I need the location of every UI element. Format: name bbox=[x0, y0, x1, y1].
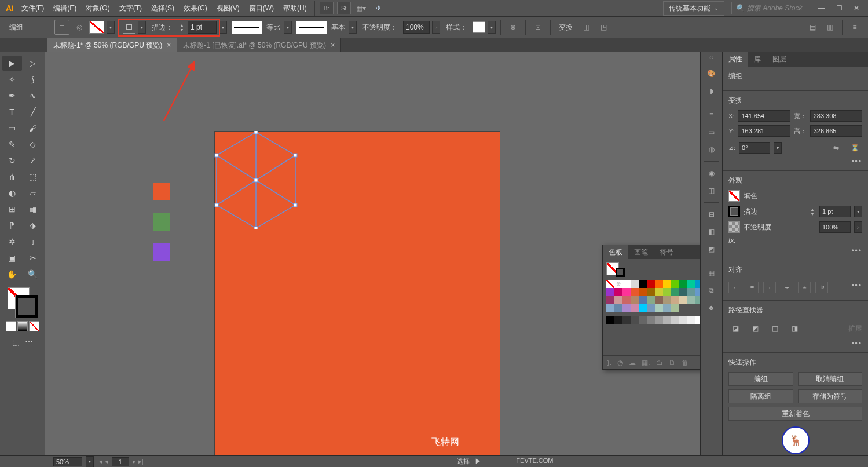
menu-view[interactable]: 视图(V) bbox=[213, 1, 244, 16]
window-close[interactable]: ✕ bbox=[848, 2, 865, 14]
tool-symbol-spray[interactable]: ✲ bbox=[2, 234, 22, 249]
align-right-icon[interactable]: ⫠ bbox=[763, 282, 776, 293]
gpu-icon[interactable]: ✈ bbox=[372, 2, 386, 14]
swatch-item[interactable] bbox=[622, 296, 631, 304]
more-options-icon[interactable]: ••• bbox=[728, 247, 862, 255]
swatch-item[interactable] bbox=[606, 296, 614, 304]
color-mode-none[interactable] bbox=[29, 321, 39, 331]
swatch-item[interactable] bbox=[606, 304, 614, 312]
swatch-item[interactable] bbox=[614, 296, 622, 304]
swatch-item[interactable] bbox=[679, 280, 687, 288]
tool-eyedropper[interactable]: ⁋ bbox=[2, 218, 22, 233]
tool-zoom[interactable]: 🔍 bbox=[23, 267, 43, 282]
bridge-icon[interactable]: Br bbox=[320, 2, 334, 14]
rotate-menu[interactable]: ▾ bbox=[774, 142, 782, 154]
stroke-swatch-prop[interactable] bbox=[728, 206, 740, 217]
swatch-item[interactable] bbox=[655, 288, 663, 296]
x-field[interactable]: 141.654 bbox=[738, 110, 790, 122]
swatch-gray[interactable] bbox=[647, 316, 655, 324]
swatch-item[interactable] bbox=[631, 296, 639, 304]
stroke-menu[interactable]: ▾ bbox=[138, 21, 146, 34]
menu-file[interactable]: 文件(F) bbox=[17, 1, 48, 16]
swatch-item[interactable] bbox=[695, 288, 700, 296]
tab-layers[interactable]: 图层 bbox=[767, 52, 792, 67]
swatch-item[interactable] bbox=[679, 288, 687, 296]
color-mode-gradient[interactable] bbox=[17, 321, 28, 331]
fx-label[interactable]: fx. bbox=[728, 236, 736, 245]
swatch-item[interactable] bbox=[631, 304, 639, 312]
tool-rectangle[interactable]: ▭ bbox=[2, 121, 22, 136]
more-options-icon[interactable]: ••• bbox=[851, 282, 862, 293]
swatch-gray[interactable] bbox=[655, 316, 663, 324]
tool-selection[interactable]: ▶ bbox=[2, 56, 22, 71]
doc-tab-1[interactable]: 未标题-1 [已恢复].ai* @ 50% (RGB/GPU 预览) × bbox=[177, 38, 341, 52]
swatch-item[interactable] bbox=[663, 288, 671, 296]
swatch-item[interactable] bbox=[639, 288, 647, 296]
tool-scale[interactable]: ⤢ bbox=[23, 153, 43, 168]
align-hcenter-icon[interactable]: ≡ bbox=[746, 282, 759, 293]
menu-select[interactable]: 选择(S) bbox=[147, 1, 178, 16]
swatch-gray[interactable] bbox=[695, 316, 700, 324]
swatch-item[interactable] bbox=[687, 288, 695, 296]
swatch-gray[interactable] bbox=[614, 316, 622, 324]
swatch-item[interactable] bbox=[631, 288, 639, 296]
recolor-button[interactable]: 重新着色 bbox=[728, 407, 862, 421]
swatch-gray[interactable] bbox=[679, 316, 687, 324]
swatch-item[interactable] bbox=[639, 296, 647, 304]
tool-width[interactable]: ⋔ bbox=[2, 169, 22, 184]
menu-type[interactable]: 文字(T) bbox=[115, 1, 146, 16]
artboard-nav[interactable]: |◂◂ bbox=[97, 458, 108, 465]
artboards-icon[interactable]: ⧉ bbox=[705, 283, 719, 297]
menu-edit[interactable]: 编辑(E) bbox=[49, 1, 80, 16]
stroke-width-menu[interactable]: ▾ bbox=[219, 21, 227, 34]
close-icon[interactable]: × bbox=[167, 41, 171, 49]
style-swatch[interactable] bbox=[473, 21, 485, 33]
swatch-gray[interactable] bbox=[663, 316, 671, 324]
tab-symbols[interactable]: 符号 bbox=[654, 245, 679, 260]
swatch-item[interactable] bbox=[655, 280, 663, 288]
tool-type[interactable]: T bbox=[2, 104, 22, 119]
close-icon[interactable]: × bbox=[331, 41, 335, 49]
canvas[interactable]: 飞特网 色板 画笔 符号 >> | ≡ ≣ ▦ ⊕ ⫿. bbox=[45, 52, 700, 455]
transparency-panel-icon[interactable]: ◍ bbox=[705, 143, 719, 156]
fill-swatch[interactable] bbox=[89, 21, 104, 34]
stroke-swatch[interactable] bbox=[123, 21, 135, 34]
color-guide-icon[interactable]: ◗ bbox=[705, 84, 719, 98]
swatch-gray[interactable] bbox=[622, 316, 631, 324]
style-menu[interactable]: ▾ bbox=[488, 21, 496, 34]
swatch-item[interactable] bbox=[622, 288, 631, 296]
tool-paintbrush[interactable]: 🖌 bbox=[23, 121, 43, 136]
more-options-icon[interactable]: ••• bbox=[728, 340, 862, 348]
swatch-item[interactable] bbox=[655, 304, 663, 312]
panel-stroke-icon[interactable] bbox=[616, 268, 625, 277]
align-bottom-icon[interactable]: ⫡ bbox=[815, 282, 828, 293]
swatch-gray[interactable] bbox=[631, 316, 639, 324]
swatch-item[interactable] bbox=[679, 296, 687, 304]
swatch-item[interactable] bbox=[687, 296, 695, 304]
menu-effect[interactable]: 效果(C) bbox=[180, 1, 211, 16]
opacity-field[interactable]: 100% bbox=[403, 21, 430, 34]
brush-menu[interactable]: ▾ bbox=[349, 21, 357, 34]
swatch-item[interactable] bbox=[687, 280, 695, 288]
tool-hand[interactable]: ✋ bbox=[2, 267, 22, 282]
swatch-item[interactable] bbox=[663, 296, 671, 304]
swatch-item[interactable] bbox=[614, 304, 622, 312]
color-mode-solid[interactable] bbox=[6, 321, 16, 331]
swatch-item[interactable] bbox=[695, 296, 700, 304]
opacity-menu[interactable]: > bbox=[432, 21, 440, 34]
edit-toolbar-icon[interactable]: ⋯ bbox=[23, 336, 35, 348]
tool-shaper[interactable]: ✎ bbox=[2, 137, 22, 152]
doc-tab-0[interactable]: 未标题-1* @ 50% (RGB/GPU 预览) × bbox=[47, 38, 177, 52]
swatch-item[interactable] bbox=[655, 296, 663, 304]
opacity-swatch-prop[interactable] bbox=[728, 221, 740, 233]
swatch-registration[interactable]: ⊕ bbox=[614, 280, 622, 288]
panel-menu-icon[interactable]: ≡ bbox=[847, 20, 862, 35]
isolate-icon[interactable]: ◫ bbox=[578, 20, 594, 35]
expand-dock-icon[interactable]: ‹‹ bbox=[709, 54, 713, 61]
tab-libraries[interactable]: 库 bbox=[748, 52, 767, 67]
align-icon[interactable]: ⊡ bbox=[530, 20, 545, 35]
group-button[interactable]: 编组 bbox=[728, 372, 793, 386]
search-input[interactable]: 🔍 搜索 Adobe Stock bbox=[731, 2, 812, 14]
tool-gradient[interactable]: ▦ bbox=[23, 202, 43, 217]
new-swatch-icon[interactable]: 🗋 bbox=[669, 359, 676, 367]
